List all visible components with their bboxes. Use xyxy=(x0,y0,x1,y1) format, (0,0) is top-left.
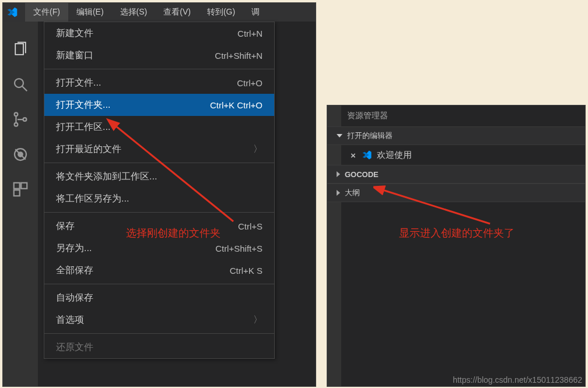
menu-label: 将文件夹添加到工作区... xyxy=(56,171,157,183)
menu-label: 选择(S) xyxy=(120,7,148,17)
menu-separator xyxy=(44,69,274,69)
menu-open-file[interactable]: 打开文件... Ctrl+O xyxy=(44,72,274,94)
menu-open-workspace[interactable]: 打开工作区... xyxy=(44,116,274,138)
menu-label: 全部保存 xyxy=(56,264,93,277)
search-icon[interactable] xyxy=(3,67,38,102)
vscode-logo-icon xyxy=(6,6,18,18)
svg-point-5 xyxy=(23,118,27,121)
svg-rect-0 xyxy=(15,44,23,55)
menu-label: 将工作区另存为... xyxy=(56,193,129,205)
svg-point-3 xyxy=(15,112,18,116)
shortcut-label: Ctrl+O xyxy=(237,78,262,88)
chevron-right-icon xyxy=(337,171,340,177)
extensions-icon[interactable] xyxy=(3,172,38,207)
vscode-file-icon xyxy=(362,150,372,160)
section-label: 打开的编辑器 xyxy=(347,130,393,141)
shortcut-label: Ctrl+Shift+N xyxy=(215,51,262,61)
menu-label: 保存 xyxy=(56,220,75,232)
shortcut-label: Ctrl+S xyxy=(238,221,262,231)
watermark: https://blog.csdn.net/x15011238662 xyxy=(453,375,582,385)
menu-label: 自动保存 xyxy=(56,292,93,304)
folder-label: GOCODE xyxy=(345,170,379,179)
menubar-go[interactable]: 转到(G) xyxy=(199,3,243,22)
menu-open-folder[interactable]: 打开文件夹... Ctrl+K Ctrl+O xyxy=(44,94,274,116)
shortcut-label: Ctrl+Shift+S xyxy=(215,244,262,253)
chevron-right-icon: 〉 xyxy=(253,143,262,156)
open-editor-label: 欢迎使用 xyxy=(377,150,412,161)
menu-label: 编辑(E) xyxy=(76,7,104,17)
explorer-title-label: 资源管理器 xyxy=(347,111,388,121)
folder-section[interactable]: GOCODE xyxy=(327,165,585,184)
chevron-right-icon xyxy=(337,190,340,196)
explorer-title: 资源管理器 xyxy=(327,105,585,126)
menu-label: 打开文件... xyxy=(56,77,101,89)
menu-label: 文件(F) xyxy=(33,7,60,17)
menu-separator xyxy=(44,284,274,284)
debug-icon[interactable] xyxy=(3,137,38,172)
shortcut-label: Ctrl+N xyxy=(237,29,262,38)
outline-section[interactable]: 大纲 xyxy=(327,184,585,202)
git-icon[interactable] xyxy=(3,102,38,137)
menu-new-file[interactable]: 新建文件 Ctrl+N xyxy=(44,22,274,44)
chevron-right-icon: 〉 xyxy=(253,314,262,326)
menu-label: 打开最近的文件 xyxy=(56,143,121,156)
svg-rect-10 xyxy=(21,183,27,189)
menu-label: 查看(V) xyxy=(163,7,191,17)
menu-separator xyxy=(44,212,274,213)
open-editors-section[interactable]: 打开的编辑器 xyxy=(327,126,585,145)
open-editor-item[interactable]: × 欢迎使用 xyxy=(327,145,585,165)
menubar-debug[interactable]: 调 xyxy=(243,3,268,22)
menu-preferences[interactable]: 首选项 〉 xyxy=(44,309,274,331)
menu-save-all[interactable]: 全部保存 Ctrl+K S xyxy=(44,259,274,281)
svg-point-8 xyxy=(18,152,23,157)
menu-revert-file[interactable]: 还原文件 xyxy=(44,336,274,358)
activity-bar xyxy=(3,22,38,386)
menu-separator xyxy=(44,163,274,163)
menubar-file[interactable]: 文件(F) xyxy=(25,3,68,22)
files-icon[interactable] xyxy=(3,32,38,67)
right-explorer-panel: 资源管理器 打开的编辑器 × 欢迎使用 GOCODE 大纲 xyxy=(327,105,586,387)
menu-save-as[interactable]: 另存为... Ctrl+Shift+S xyxy=(44,237,274,259)
menu-bar[interactable]: 文件(F) 编辑(E) 选择(S) 查看(V) 转到(G) 调 xyxy=(3,3,316,22)
menu-label: 新建窗口 xyxy=(56,50,93,62)
shortcut-label: Ctrl+K S xyxy=(230,266,262,276)
menu-new-window[interactable]: 新建窗口 Ctrl+Shift+N xyxy=(44,44,274,66)
menu-auto-save[interactable]: 自动保存 xyxy=(44,287,274,309)
menubar-edit[interactable]: 编辑(E) xyxy=(68,3,112,22)
menu-label: 新建文件 xyxy=(56,27,93,40)
close-icon[interactable]: × xyxy=(351,150,356,160)
menu-label: 调 xyxy=(251,7,260,17)
svg-rect-11 xyxy=(14,190,20,196)
menu-add-folder[interactable]: 将文件夹添加到工作区... xyxy=(44,165,274,188)
shortcut-label: Ctrl+K Ctrl+O xyxy=(210,100,262,110)
chevron-down-icon xyxy=(337,134,342,137)
menu-open-recent[interactable]: 打开最近的文件 〉 xyxy=(44,138,274,160)
menu-save-workspace-as[interactable]: 将工作区另存为... xyxy=(44,188,274,210)
menu-label: 打开工作区... xyxy=(56,121,110,133)
menubar-select[interactable]: 选择(S) xyxy=(112,3,156,22)
left-vscode-window: 文件(F) 编辑(E) 选择(S) 查看(V) 转到(G) 调 xyxy=(2,2,316,387)
outline-label: 大纲 xyxy=(345,188,360,198)
menubar-view[interactable]: 查看(V) xyxy=(155,3,199,22)
menu-label: 另存为... xyxy=(56,242,92,255)
menu-label: 转到(G) xyxy=(207,7,235,17)
svg-rect-9 xyxy=(14,183,20,189)
menu-label: 打开文件夹... xyxy=(56,99,110,111)
menu-separator xyxy=(44,333,274,334)
menu-label: 首选项 xyxy=(56,314,84,326)
svg-line-2 xyxy=(22,86,27,91)
menu-save[interactable]: 保存 Ctrl+S xyxy=(44,215,274,237)
menu-label: 还原文件 xyxy=(56,341,93,354)
file-menu-dropdown: 新建文件 Ctrl+N 新建窗口 Ctrl+Shift+N 打开文件... Ct… xyxy=(44,22,275,359)
svg-point-4 xyxy=(15,123,18,126)
